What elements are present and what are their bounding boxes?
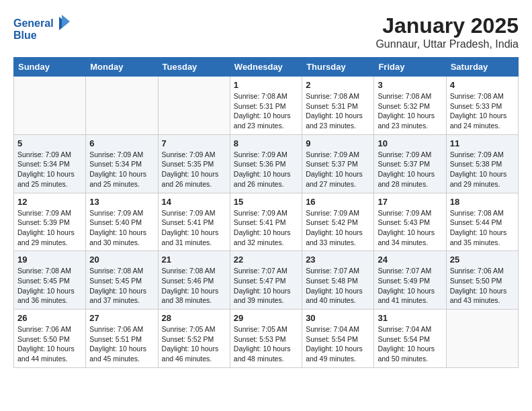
calendar-cell: 1Sunrise: 7:08 AM Sunset: 5:31 PM Daylig… — [230, 77, 302, 135]
day-number: 18 — [450, 197, 515, 207]
location-title: Gunnaur, Uttar Pradesh, India — [375, 38, 519, 50]
week-row-1: 1Sunrise: 7:08 AM Sunset: 5:31 PM Daylig… — [14, 77, 519, 135]
day-info: Sunrise: 7:06 AM Sunset: 5:51 PM Dayligh… — [89, 324, 154, 364]
calendar-cell: 12Sunrise: 7:09 AM Sunset: 5:39 PM Dayli… — [14, 193, 86, 251]
calendar-cell: 4Sunrise: 7:08 AM Sunset: 5:33 PM Daylig… — [446, 77, 518, 135]
day-info: Sunrise: 7:08 AM Sunset: 5:32 PM Dayligh… — [378, 91, 442, 131]
calendar-cell: 6Sunrise: 7:09 AM Sunset: 5:34 PM Daylig… — [86, 134, 158, 193]
day-info: Sunrise: 7:09 AM Sunset: 5:34 PM Dayligh… — [89, 150, 154, 189]
day-number: 24 — [378, 255, 442, 265]
calendar-cell: 8Sunrise: 7:09 AM Sunset: 5:36 PM Daylig… — [230, 134, 302, 193]
day-info: Sunrise: 7:09 AM Sunset: 5:37 PM Dayligh… — [378, 150, 442, 189]
day-info: Sunrise: 7:09 AM Sunset: 5:36 PM Dayligh… — [234, 150, 298, 189]
day-number: 15 — [234, 197, 298, 207]
calendar-cell: 21Sunrise: 7:08 AM Sunset: 5:46 PM Dayli… — [158, 251, 230, 310]
day-number: 6 — [89, 138, 154, 148]
day-info: Sunrise: 7:07 AM Sunset: 5:48 PM Dayligh… — [306, 266, 370, 306]
weekday-header-friday: Friday — [374, 58, 446, 77]
day-info: Sunrise: 7:08 AM Sunset: 5:46 PM Dayligh… — [162, 266, 226, 306]
day-number: 11 — [450, 138, 515, 148]
day-number: 17 — [378, 197, 442, 207]
day-info: Sunrise: 7:09 AM Sunset: 5:38 PM Dayligh… — [450, 150, 515, 189]
calendar-cell: 26Sunrise: 7:06 AM Sunset: 5:50 PM Dayli… — [14, 310, 86, 368]
weekday-header-wednesday: Wednesday — [230, 58, 302, 77]
day-info: Sunrise: 7:04 AM Sunset: 5:54 PM Dayligh… — [306, 324, 370, 364]
day-info: Sunrise: 7:06 AM Sunset: 5:50 PM Dayligh… — [450, 266, 515, 306]
calendar-cell: 7Sunrise: 7:09 AM Sunset: 5:35 PM Daylig… — [158, 134, 230, 193]
calendar-cell: 29Sunrise: 7:05 AM Sunset: 5:53 PM Dayli… — [230, 310, 302, 368]
day-number: 2 — [306, 80, 370, 90]
day-number: 12 — [17, 197, 82, 207]
logo-svg: General Blue — [13, 13, 74, 44]
day-info: Sunrise: 7:09 AM Sunset: 5:40 PM Dayligh… — [89, 208, 154, 248]
day-info: Sunrise: 7:08 AM Sunset: 5:44 PM Dayligh… — [450, 208, 515, 248]
day-info: Sunrise: 7:09 AM Sunset: 5:34 PM Dayligh… — [17, 150, 82, 189]
day-info: Sunrise: 7:09 AM Sunset: 5:43 PM Dayligh… — [378, 208, 442, 248]
day-info: Sunrise: 7:08 AM Sunset: 5:31 PM Dayligh… — [306, 91, 370, 131]
day-number: 1 — [234, 80, 298, 90]
day-info: Sunrise: 7:04 AM Sunset: 5:54 PM Dayligh… — [378, 324, 442, 364]
day-info: Sunrise: 7:09 AM Sunset: 5:35 PM Dayligh… — [162, 150, 226, 189]
calendar-cell: 13Sunrise: 7:09 AM Sunset: 5:40 PM Dayli… — [86, 193, 158, 251]
day-number: 28 — [162, 313, 226, 323]
day-number: 25 — [450, 255, 515, 265]
calendar-cell — [14, 77, 86, 135]
weekday-header-sunday: Sunday — [14, 58, 86, 77]
header: General Blue January 2025 Gunnaur, Uttar… — [13, 13, 519, 50]
title-area: January 2025 Gunnaur, Uttar Pradesh, Ind… — [375, 13, 519, 50]
day-number: 10 — [378, 138, 442, 148]
day-info: Sunrise: 7:09 AM Sunset: 5:41 PM Dayligh… — [162, 208, 226, 248]
day-number: 26 — [17, 313, 82, 323]
calendar-cell: 28Sunrise: 7:05 AM Sunset: 5:52 PM Dayli… — [158, 310, 230, 368]
calendar-cell: 25Sunrise: 7:06 AM Sunset: 5:50 PM Dayli… — [446, 251, 518, 310]
calendar-cell: 10Sunrise: 7:09 AM Sunset: 5:37 PM Dayli… — [374, 134, 446, 193]
day-info: Sunrise: 7:07 AM Sunset: 5:47 PM Dayligh… — [234, 266, 298, 306]
week-row-2: 5Sunrise: 7:09 AM Sunset: 5:34 PM Daylig… — [14, 134, 519, 193]
week-row-3: 12Sunrise: 7:09 AM Sunset: 5:39 PM Dayli… — [14, 193, 519, 251]
day-number: 9 — [306, 138, 370, 148]
calendar-cell: 11Sunrise: 7:09 AM Sunset: 5:38 PM Dayli… — [446, 134, 518, 193]
calendar-cell: 17Sunrise: 7:09 AM Sunset: 5:43 PM Dayli… — [374, 193, 446, 251]
calendar-cell: 9Sunrise: 7:09 AM Sunset: 5:37 PM Daylig… — [302, 134, 374, 193]
calendar-cell: 31Sunrise: 7:04 AM Sunset: 5:54 PM Dayli… — [374, 310, 446, 368]
svg-text:General: General — [13, 17, 54, 29]
calendar-cell — [158, 77, 230, 135]
day-info: Sunrise: 7:05 AM Sunset: 5:53 PM Dayligh… — [234, 324, 298, 364]
calendar-cell: 22Sunrise: 7:07 AM Sunset: 5:47 PM Dayli… — [230, 251, 302, 310]
day-number: 27 — [89, 313, 154, 323]
day-info: Sunrise: 7:08 AM Sunset: 5:45 PM Dayligh… — [89, 266, 154, 306]
week-row-4: 19Sunrise: 7:08 AM Sunset: 5:45 PM Dayli… — [14, 251, 519, 310]
day-number: 29 — [234, 313, 298, 323]
calendar-cell: 27Sunrise: 7:06 AM Sunset: 5:51 PM Dayli… — [86, 310, 158, 368]
day-info: Sunrise: 7:06 AM Sunset: 5:50 PM Dayligh… — [17, 324, 82, 364]
month-title: January 2025 — [375, 13, 519, 38]
calendar-cell: 18Sunrise: 7:08 AM Sunset: 5:44 PM Dayli… — [446, 193, 518, 251]
day-number: 20 — [89, 255, 154, 265]
day-number: 13 — [89, 197, 154, 207]
calendar-cell: 5Sunrise: 7:09 AM Sunset: 5:34 PM Daylig… — [14, 134, 86, 193]
calendar-cell: 16Sunrise: 7:09 AM Sunset: 5:42 PM Dayli… — [302, 193, 374, 251]
day-info: Sunrise: 7:08 AM Sunset: 5:31 PM Dayligh… — [234, 91, 298, 131]
calendar-cell: 19Sunrise: 7:08 AM Sunset: 5:45 PM Dayli… — [14, 251, 86, 310]
weekday-header-monday: Monday — [86, 58, 158, 77]
day-number: 31 — [378, 313, 442, 323]
day-info: Sunrise: 7:08 AM Sunset: 5:45 PM Dayligh… — [17, 266, 82, 306]
day-info: Sunrise: 7:09 AM Sunset: 5:41 PM Dayligh… — [234, 208, 298, 248]
week-row-5: 26Sunrise: 7:06 AM Sunset: 5:50 PM Dayli… — [14, 310, 519, 368]
day-number: 7 — [162, 138, 226, 148]
calendar-cell — [86, 77, 158, 135]
weekday-header-thursday: Thursday — [302, 58, 374, 77]
day-info: Sunrise: 7:08 AM Sunset: 5:33 PM Dayligh… — [450, 91, 515, 131]
day-info: Sunrise: 7:09 AM Sunset: 5:37 PM Dayligh… — [306, 150, 370, 189]
calendar-cell — [446, 310, 518, 368]
day-number: 30 — [306, 313, 370, 323]
calendar-cell: 14Sunrise: 7:09 AM Sunset: 5:41 PM Dayli… — [158, 193, 230, 251]
day-number: 4 — [450, 80, 515, 90]
day-number: 22 — [234, 255, 298, 265]
calendar-cell: 23Sunrise: 7:07 AM Sunset: 5:48 PM Dayli… — [302, 251, 374, 310]
svg-text:Blue: Blue — [13, 30, 37, 41]
day-number: 14 — [162, 197, 226, 207]
day-number: 19 — [17, 255, 82, 265]
svg-marker-3 — [62, 15, 70, 28]
calendar-cell: 2Sunrise: 7:08 AM Sunset: 5:31 PM Daylig… — [302, 77, 374, 135]
